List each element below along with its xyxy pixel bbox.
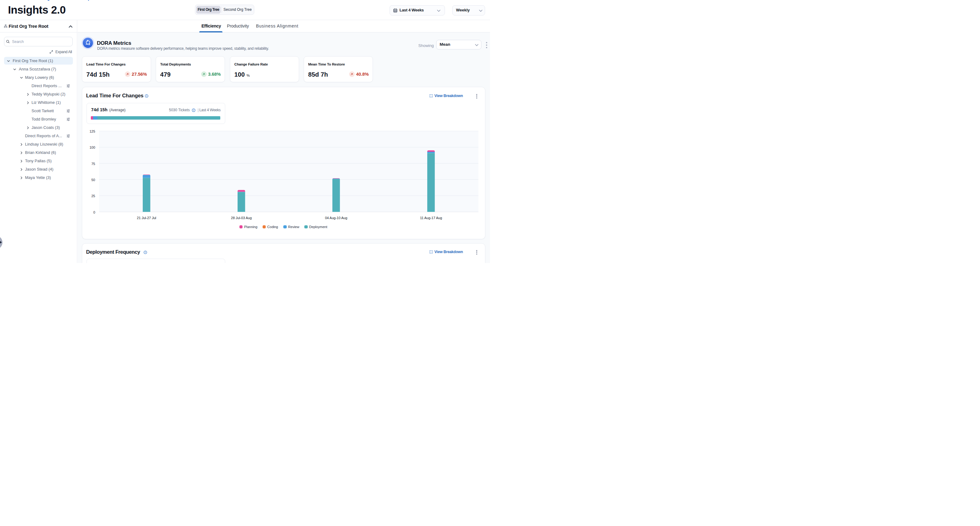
svg-text:0: 0	[93, 210, 95, 214]
svg-text:28 Jul-03 Aug: 28 Jul-03 Aug	[231, 216, 252, 220]
svg-text:125: 125	[90, 129, 95, 133]
svg-text:21 Jul-27 Jul: 21 Jul-27 Jul	[137, 216, 156, 220]
svg-text:11 Aug-17 Aug: 11 Aug-17 Aug	[420, 216, 442, 220]
svg-text:50: 50	[91, 178, 95, 182]
svg-text:75: 75	[91, 162, 95, 166]
svg-text:04 Aug-10 Aug: 04 Aug-10 Aug	[325, 216, 347, 220]
svg-text:25: 25	[91, 194, 95, 198]
svg-text:100: 100	[90, 145, 95, 149]
